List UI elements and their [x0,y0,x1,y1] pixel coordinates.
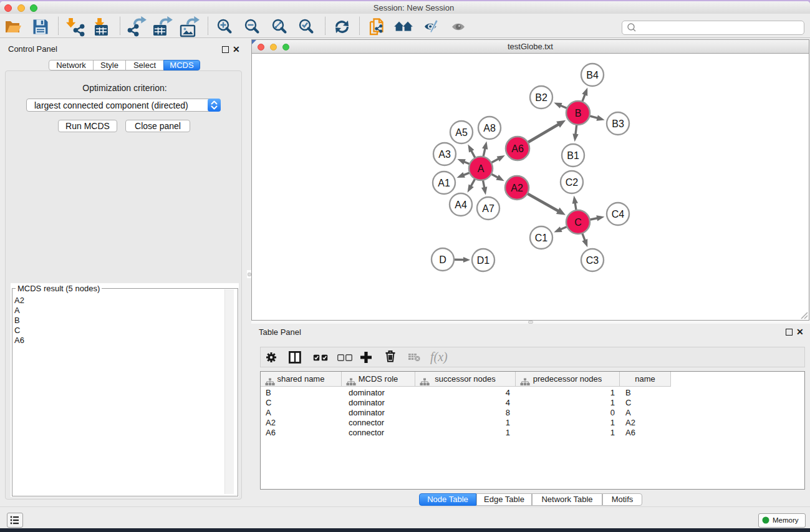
svg-text:B4: B4 [586,70,599,80]
svg-text:A7: A7 [482,203,494,214]
svg-text:A6: A6 [511,143,524,154]
svg-text:B3: B3 [612,118,624,129]
svg-text:A1: A1 [438,178,450,188]
svg-text:A3: A3 [438,149,451,160]
svg-text:f(x): f(x) [430,350,448,364]
svg-text:A8: A8 [483,123,496,133]
svg-text:A4: A4 [455,200,467,210]
svg-text:D1: D1 [477,255,490,266]
svg-text:C3: C3 [586,255,599,266]
svg-text:A2: A2 [511,183,523,193]
svg-text:B: B [575,108,582,118]
svg-text:D: D [439,254,446,265]
svg-text:B2: B2 [535,92,547,103]
svg-text:C1: C1 [535,233,548,243]
svg-text:A: A [478,163,485,174]
svg-text:C2: C2 [566,177,579,188]
svg-text:C: C [574,217,582,228]
svg-text:C4: C4 [612,209,625,220]
svg-text:A5: A5 [455,127,468,138]
svg-text:B1: B1 [567,150,579,161]
